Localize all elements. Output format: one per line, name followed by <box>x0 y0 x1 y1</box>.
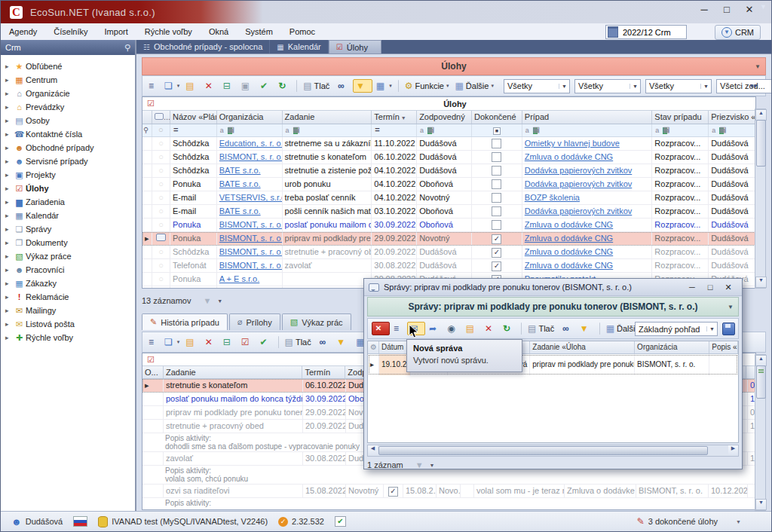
organization-link[interactable]: BISMONT, s. r. o. <box>219 234 283 243</box>
new-icon[interactable]: ❏ ▾ <box>162 336 182 348</box>
organization-link[interactable]: BISMONT, s. r. o. <box>219 288 283 289</box>
chevron-down-icon[interactable] <box>217 298 222 304</box>
menu-icon[interactable]: ≡ <box>391 323 406 335</box>
sidebar-item[interactable]: ! Reklamácie <box>1 290 135 304</box>
column-header[interactable]: Priezvisko «... <box>709 111 755 124</box>
scroll-right-icon[interactable] <box>728 445 738 454</box>
case-link[interactable]: Zmluva o dodávke CNG <box>525 247 613 256</box>
edit-check-icon[interactable]: ▣ <box>239 80 256 92</box>
menu-item[interactable]: Import <box>96 25 136 38</box>
menu-icon[interactable]: ≡ <box>146 336 161 348</box>
filter-cell[interactable] <box>283 124 372 136</box>
sidebar-item[interactable]: ❏ Správy <box>1 222 135 236</box>
detail-tab[interactable]: ⌀ Prílohy <box>229 313 280 330</box>
expand-arrow-icon[interactable] <box>5 130 13 138</box>
column-header[interactable]: Zadanie <box>283 111 372 124</box>
chevron-down-icon[interactable] <box>630 84 640 89</box>
column-header[interactable]: Organizácia <box>217 111 283 124</box>
organization-link[interactable]: BISMONT, s. r. o. <box>219 220 283 229</box>
expand-arrow-icon[interactable] <box>5 103 13 111</box>
open-folder-icon[interactable]: ▤ <box>464 323 481 335</box>
filter-combo[interactable]: Všetci zod... <box>716 79 772 93</box>
filter-cell[interactable] <box>522 124 653 136</box>
document-tab[interactable]: ▦ Kalendár <box>270 40 329 54</box>
confirm-doc-icon[interactable]: ✔ <box>258 336 274 348</box>
task-row[interactable]: Ponuka BISMONT, s. r. o. poslať ponuku m… <box>142 219 755 232</box>
filter-icon[interactable]: ▼ <box>577 323 596 335</box>
sidebar-item[interactable]: ▦ Centrum <box>1 73 135 87</box>
column-header[interactable]: Dokončené <box>472 111 522 124</box>
task-row[interactable]: E-mail VETSERVIS, s.r.o. treba poslať ce… <box>142 191 755 205</box>
maximize-button[interactable]: □ <box>715 4 738 15</box>
open-folder-icon[interactable]: ▤ <box>183 80 201 92</box>
done-checkbox[interactable] <box>492 193 501 203</box>
menu-item[interactable]: Číselníky <box>45 25 96 38</box>
column-header[interactable]: Názov «Plán... <box>170 111 217 124</box>
search-icon[interactable]: ∞ <box>560 323 576 335</box>
scroll-down-icon[interactable] <box>755 277 767 288</box>
task-row[interactable]: Telefonát BISMONT, s. r. o. zavolať 30.0… <box>142 259 755 273</box>
sidebar-item[interactable]: ☻ Pracovníci <box>1 263 135 277</box>
done-checkbox[interactable] <box>492 152 501 162</box>
dialog-header-dropdown-icon[interactable] <box>728 304 734 310</box>
column-header[interactable]: Popis «Pr... <box>709 341 738 353</box>
sidebar-item[interactable]: ▧ Výkaz práce <box>1 249 135 263</box>
scroll-thumb[interactable] <box>756 120 766 167</box>
expand-arrow-icon[interactable] <box>5 157 13 165</box>
expand-arrow-icon[interactable] <box>5 293 13 301</box>
more-icon[interactable]: ▦ Ďalšie ▾ <box>452 80 495 92</box>
task-row[interactable]: Ponuka BISMONT, s. r. o. priprav mi podk… <box>142 232 755 246</box>
view-icon[interactable]: ◉ <box>445 323 461 335</box>
done-checkbox[interactable] <box>492 220 501 230</box>
history-grid-scrollbar[interactable] <box>755 354 766 511</box>
crm-button[interactable]: CRM <box>715 25 761 40</box>
chevron-down-icon[interactable] <box>430 463 435 468</box>
column-header[interactable]: Stav prípadu <box>652 111 709 124</box>
done-checkbox[interactable] <box>492 248 501 258</box>
delete-icon[interactable]: ✕ <box>482 323 499 335</box>
tasks-grid-scrollbar[interactable] <box>755 109 766 289</box>
expand-arrow-icon[interactable] <box>5 280 13 287</box>
column-header[interactable]: Organizácia <box>635 341 709 353</box>
search-icon[interactable]: ∞ <box>335 80 351 92</box>
expand-arrow-icon[interactable] <box>5 144 13 151</box>
chevron-down-icon[interactable] <box>706 326 717 332</box>
forward-message-icon[interactable]: ➦ <box>427 323 443 335</box>
hierarchy-icon[interactable]: ⊟ <box>221 80 237 92</box>
case-link[interactable]: BOZP školenia <box>525 193 580 202</box>
scroll-thumb[interactable] <box>378 446 708 455</box>
case-link[interactable]: Omietky v hlavnej budove <box>525 139 620 148</box>
menu-item[interactable]: Pomoc <box>281 25 323 38</box>
filter-cell[interactable] <box>372 124 417 136</box>
scroll-thumb[interactable] <box>756 365 766 399</box>
column-header[interactable] <box>368 341 379 353</box>
case-link[interactable]: Zmluva o dodávke CNG <box>525 261 613 270</box>
expand-arrow-icon[interactable] <box>5 252 13 260</box>
filter-funnel-icon[interactable] <box>203 296 211 305</box>
column-header[interactable] <box>142 111 152 124</box>
organization-link[interactable]: BISMONT, s. r. o. <box>219 261 283 270</box>
task-row[interactable]: Ponuka BATE s.r.o. urob ponuku 04.10.202… <box>142 178 755 191</box>
scroll-down-icon[interactable] <box>755 499 767 510</box>
tab-overflow-icon[interactable] <box>760 3 767 11</box>
task-row[interactable]: E-mail BATE s.r.o. pošli cenník našich m… <box>142 205 755 219</box>
done-checkbox[interactable] <box>492 179 501 189</box>
scroll-left-icon[interactable] <box>368 445 378 454</box>
done-checkbox[interactable] <box>492 139 501 148</box>
menu-item[interactable]: Rýchle voľby <box>136 25 201 38</box>
filter-combo[interactable]: Všetky <box>504 79 570 93</box>
done-checkbox[interactable] <box>492 206 501 216</box>
done-checkbox[interactable] <box>492 166 501 176</box>
column-header[interactable]: Termín <box>372 111 417 124</box>
menu-item[interactable]: Okná <box>201 25 237 38</box>
filter-combo[interactable]: Všetky <box>645 79 712 93</box>
done-checkbox[interactable] <box>492 234 501 244</box>
view-combo[interactable]: Základný pohľad <box>635 322 718 336</box>
organization-link[interactable]: BISMONT, s. r. o. <box>219 247 283 256</box>
sidebar-item[interactable]: ❐ Dokumenty <box>1 236 135 249</box>
organization-link[interactable]: VETSERVIS, s.r.o. <box>219 193 283 202</box>
filter-icon[interactable]: ▼ <box>334 336 352 348</box>
close-icon[interactable]: ✕ <box>372 322 390 335</box>
document-tab[interactable]: ☷ Obchodné prípady - spolocna <box>136 40 270 54</box>
case-link[interactable]: Zmluva o dodávke CNG <box>525 220 613 229</box>
